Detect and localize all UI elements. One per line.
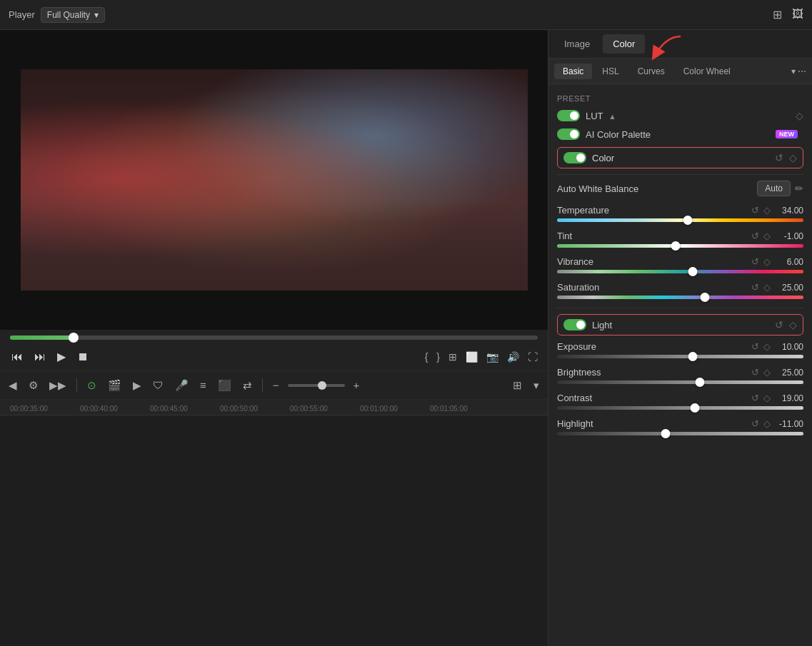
play-button[interactable]: ▶ xyxy=(56,348,67,365)
play-icon[interactable]: ▶ xyxy=(130,376,144,395)
awb-eyedropper-icon[interactable]: ✏ xyxy=(795,183,803,194)
light-reset-icon[interactable]: ↺ xyxy=(775,319,783,330)
layers-icon[interactable]: ⬛ xyxy=(215,376,234,395)
fullscreen-icon[interactable]: ⛶ xyxy=(528,351,538,363)
mic-icon[interactable]: 🎤 xyxy=(172,376,191,395)
tab-color[interactable]: Color xyxy=(603,34,645,54)
contrast-thumb[interactable] xyxy=(691,403,700,413)
lut-diamond-icon[interactable]: ◇ xyxy=(796,110,803,121)
temperature-actions: ↺ ◇ xyxy=(751,205,771,216)
temperature-slider[interactable] xyxy=(557,218,803,222)
arrow-right-icon[interactable]: ▶▶ xyxy=(46,376,69,395)
rewind-button[interactable]: ⏮ xyxy=(10,349,24,365)
saturation-slider[interactable] xyxy=(557,296,803,299)
cursor-icon[interactable]: ⊙ xyxy=(84,376,99,395)
quality-dropdown[interactable]: Full Quality ▾ xyxy=(41,7,105,23)
temperature-diamond-icon[interactable]: ◇ xyxy=(763,205,771,216)
toolbar-end: ⊞ ▾ xyxy=(510,376,542,395)
progress-thumb[interactable] xyxy=(69,333,79,343)
ctab-curves[interactable]: Curves xyxy=(629,64,673,79)
list-icon[interactable]: ≡ xyxy=(197,376,209,394)
mark-out-icon[interactable]: } xyxy=(436,351,440,363)
vibrance-label: Vibrance xyxy=(557,256,751,267)
minus-icon[interactable]: − xyxy=(270,376,282,394)
tab-image[interactable]: Image xyxy=(554,34,600,54)
step-back-button[interactable]: ⏭ xyxy=(33,349,47,365)
crop-icon[interactable]: ⬜ xyxy=(466,351,478,363)
temperature-reset-icon[interactable]: ↺ xyxy=(751,205,759,216)
settings-icon[interactable]: ⚙ xyxy=(26,376,41,395)
audio-icon[interactable]: 🔊 xyxy=(507,351,519,363)
exposure-reset-icon[interactable]: ↺ xyxy=(751,341,759,352)
tick-1: 00:00:35:00 xyxy=(10,405,48,413)
contrast-slider[interactable] xyxy=(557,406,803,410)
ai-color-toggle[interactable] xyxy=(557,128,580,140)
swap-icon[interactable]: ⇄ xyxy=(240,376,255,395)
exposure-value: 10.00 xyxy=(776,342,803,352)
ctab-hsl[interactable]: HSL xyxy=(593,64,627,79)
shield-icon[interactable]: 🛡 xyxy=(150,376,166,394)
awb-label: Auto White Balance xyxy=(557,183,757,194)
brightness-thumb[interactable] xyxy=(696,378,705,387)
exposure-slider[interactable] xyxy=(557,355,803,358)
saturation-reset-icon[interactable]: ↺ xyxy=(751,282,759,293)
brightness-row: Brightness ↺ ◇ 25.00 xyxy=(557,367,803,384)
color-toggle[interactable] xyxy=(563,152,586,163)
zoom-slider[interactable] xyxy=(288,384,345,387)
brightness-header: Brightness ↺ ◇ 25.00 xyxy=(557,367,803,378)
camera-icon[interactable]: 📷 xyxy=(486,351,498,363)
arrow-left-icon[interactable]: ◀ xyxy=(6,376,20,395)
temperature-thumb[interactable] xyxy=(683,216,692,225)
saturation-actions: ↺ ◇ xyxy=(751,282,771,293)
highlight-diamond-icon[interactable]: ◇ xyxy=(763,418,771,429)
lut-toggle[interactable] xyxy=(557,110,580,121)
zoom-thumb[interactable] xyxy=(318,381,326,390)
image-icon[interactable]: 🖼 xyxy=(792,8,803,21)
grid-view-icon[interactable]: ⊞ xyxy=(510,376,525,395)
color-sub-tabs: Basic HSL Curves Color Wheel ▾ ⋯ xyxy=(548,59,812,84)
vibrance-value: 6.00 xyxy=(776,257,803,267)
highlight-reset-icon[interactable]: ↺ xyxy=(751,418,759,429)
plus-icon[interactable]: + xyxy=(351,376,363,394)
more-icon[interactable]: ▾ xyxy=(531,376,542,395)
saturation-diamond-icon[interactable]: ◇ xyxy=(763,282,771,293)
ctab-basic[interactable]: Basic xyxy=(554,64,592,79)
brightness-slider[interactable] xyxy=(557,380,803,384)
toolbar: ◀ ⚙ ▶▶ ⊙ 🎬 ▶ 🛡 🎤 ≡ ⬛ ⇄ − + ⊞ ▾ xyxy=(0,370,548,399)
mark-in-icon[interactable]: { xyxy=(425,351,428,363)
exposure-thumb[interactable] xyxy=(688,352,697,361)
vibrance-slider[interactable] xyxy=(557,270,803,273)
film-icon[interactable]: 🎬 xyxy=(105,376,124,395)
light-diamond-icon[interactable]: ◇ xyxy=(789,319,797,330)
vibrance-thumb[interactable] xyxy=(688,267,697,276)
tint-slider[interactable] xyxy=(557,244,803,248)
contrast-reset-icon[interactable]: ↺ xyxy=(751,393,759,403)
highlight-thumb[interactable] xyxy=(661,429,670,438)
brightness-reset-icon[interactable]: ↺ xyxy=(751,367,759,378)
vibrance-header: Vibrance ↺ ◇ 6.00 xyxy=(557,256,803,267)
light-toggle[interactable] xyxy=(563,319,586,330)
layout-icon[interactable]: ⊞ xyxy=(448,351,457,363)
progress-fill xyxy=(10,335,74,340)
vibrance-diamond-icon[interactable]: ◇ xyxy=(763,256,771,267)
tint-diamond-icon[interactable]: ◇ xyxy=(763,231,771,241)
tint-reset-icon[interactable]: ↺ xyxy=(751,231,759,241)
color-reset-icon[interactable]: ↺ xyxy=(775,152,783,163)
grid-icon[interactable]: ⊞ xyxy=(773,8,782,21)
tint-thumb[interactable] xyxy=(671,241,680,251)
color-tabs-more[interactable]: ▾ ⋯ xyxy=(791,66,806,76)
top-bar-icons: ⊞ 🖼 xyxy=(773,8,803,21)
ctab-colorwheel[interactable]: Color Wheel xyxy=(675,64,739,79)
contrast-diamond-icon[interactable]: ◇ xyxy=(763,393,771,403)
progress-bar[interactable] xyxy=(10,335,538,340)
temperature-value: 34.00 xyxy=(776,206,803,216)
awb-button[interactable]: Auto xyxy=(757,181,791,196)
highlight-slider[interactable] xyxy=(557,432,803,435)
brightness-diamond-icon[interactable]: ◇ xyxy=(763,367,771,378)
exposure-diamond-icon[interactable]: ◇ xyxy=(763,341,771,352)
saturation-thumb[interactable] xyxy=(701,293,710,302)
temperature-label: Temperature xyxy=(557,205,751,216)
vibrance-reset-icon[interactable]: ↺ xyxy=(751,256,759,267)
color-diamond-icon[interactable]: ◇ xyxy=(789,152,797,163)
stop-button[interactable]: ⏹ xyxy=(76,349,90,365)
